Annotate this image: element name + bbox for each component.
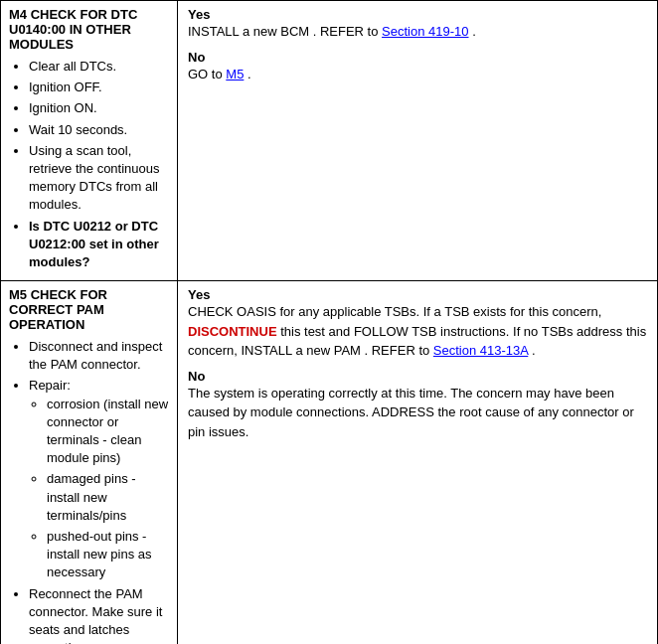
- m4-left-col: M4 CHECK FOR DTC U0140:00 IN OTHER MODUL…: [1, 1, 178, 280]
- list-item: Wait 10 seconds.: [29, 121, 169, 139]
- m4-no-text: GO to M5 .: [188, 65, 647, 84]
- m5-section-link[interactable]: Section 413-13A: [433, 343, 528, 358]
- list-item: Clear all DTCs.: [29, 58, 169, 76]
- m4-right-col: Yes INSTALL a new BCM . REFER to Section…: [178, 1, 657, 280]
- m4-steps-list: Clear all DTCs. Ignition OFF. Ignition O…: [25, 58, 169, 271]
- m5-title: M5 CHECK FOR CORRECT PAM OPERATION: [9, 287, 169, 332]
- m4-section-link[interactable]: Section 419-10: [382, 24, 468, 39]
- discontinue-text: DISCONTINUE: [188, 324, 277, 339]
- row-m4: M4 CHECK FOR DTC U0140:00 IN OTHER MODUL…: [1, 1, 657, 281]
- m5-yes-block: Yes CHECK OASIS for any applicable TSBs.…: [188, 287, 647, 361]
- list-item: damaged pins - install new terminals/pin…: [47, 470, 169, 525]
- list-item: Ignition OFF.: [29, 79, 169, 96]
- m5-left-col: M5 CHECK FOR CORRECT PAM OPERATION Disco…: [1, 281, 178, 644]
- list-item: Is DTC U0212 or DTC U0212:00 set in othe…: [29, 218, 169, 272]
- list-item: Using a scan tool, retrieve the continuo…: [29, 142, 169, 215]
- m4-no-label: No: [188, 50, 647, 65]
- m4-yes-block: Yes INSTALL a new BCM . REFER to Section…: [188, 7, 647, 42]
- list-item: Repair: corrosion (install new connector…: [29, 377, 169, 581]
- list-item: Disconnect and inspect the PAM connector…: [29, 338, 169, 374]
- m5-steps-list: Disconnect and inspect the PAM connector…: [25, 338, 169, 644]
- m4-yes-text: INSTALL a new BCM . REFER to Section 419…: [188, 22, 647, 42]
- m4-title: M4 CHECK FOR DTC U0140:00 IN OTHER MODUL…: [9, 7, 169, 52]
- row-m5: M5 CHECK FOR CORRECT PAM OPERATION Disco…: [1, 281, 657, 644]
- m5-repair-list: corrosion (install new connector or term…: [43, 396, 169, 582]
- list-item: Reconnect the PAM connector. Make sure i…: [29, 585, 169, 645]
- list-item: corrosion (install new connector or term…: [47, 396, 169, 468]
- m5-no-label: No: [188, 369, 647, 384]
- m5-no-block: No The system is operating correctly at …: [188, 369, 647, 442]
- main-table: M4 CHECK FOR DTC U0140:00 IN OTHER MODUL…: [0, 0, 658, 644]
- m4-yes-label: Yes: [188, 7, 647, 22]
- m5-yes-label: Yes: [188, 287, 647, 302]
- m4-m5-link[interactable]: M5: [226, 67, 244, 81]
- m4-no-block: No GO to M5 .: [188, 50, 647, 84]
- m5-right-col: Yes CHECK OASIS for any applicable TSBs.…: [178, 281, 657, 644]
- m5-no-text: The system is operating correctly at thi…: [188, 384, 647, 442]
- list-item: Ignition ON.: [29, 99, 169, 117]
- list-item: pushed-out pins - install new pins as ne…: [47, 528, 169, 582]
- m5-yes-text: CHECK OASIS for any applicable TSBs. If …: [188, 302, 647, 361]
